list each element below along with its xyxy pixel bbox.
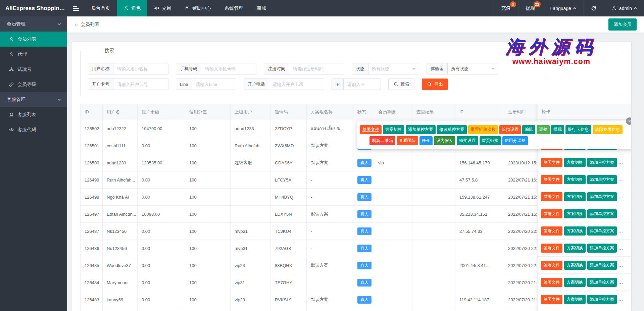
- sidebar-item-1-3[interactable]: 试玩号: [0, 62, 67, 77]
- language-menu[interactable]: Language: [543, 0, 583, 16]
- sidebar-item-1-1[interactable]: 会员列表: [0, 32, 67, 47]
- popup-action-button[interactable]: 暗扣设置: [499, 125, 521, 134]
- input-手机号码[interactable]: [201, 63, 256, 74]
- nav-item-6[interactable]: 商城: [250, 0, 273, 16]
- popup-action-button[interactable]: 修改单控方案: [437, 125, 467, 134]
- row-action-button-2[interactable]: 方案切换: [564, 175, 586, 184]
- search-button[interactable]: 搜索: [388, 79, 414, 90]
- popup-action-button[interactable]: 提现: [551, 125, 564, 134]
- input-开户卡号[interactable]: [113, 79, 168, 90]
- row-action-button-2[interactable]: 方案切换: [564, 295, 586, 304]
- row-action-button-3[interactable]: 添加单控方案: [587, 192, 617, 201]
- popup-action-button[interactable]: 信用分调整: [502, 136, 528, 145]
- nav-item-3[interactable]: 交易: [147, 0, 178, 16]
- recharge-button[interactable]: 充值 0: [494, 0, 518, 16]
- cell-balance: 0.00: [138, 274, 185, 291]
- popup-action-button[interactable]: 查看团队: [397, 136, 418, 145]
- row-action-button-3[interactable]: 添加单控方案: [587, 175, 617, 184]
- row-action-button-2[interactable]: 方案切换: [564, 278, 586, 287]
- row-action-button-1[interactable]: 签署文件: [541, 175, 562, 184]
- nav-item-1[interactable]: 后台首页: [85, 0, 117, 16]
- row-action-button-1[interactable]: 签署文件: [541, 226, 562, 236]
- popup-action-button[interactable]: 设为假人: [434, 136, 455, 145]
- row-action-button-2[interactable]: 方案切换: [564, 261, 586, 270]
- close-icon[interactable]: ×: [626, 117, 631, 125]
- row-action-button-1[interactable]: 签署文件: [541, 192, 562, 201]
- cell-id: 126487: [81, 223, 103, 240]
- hamburger-icon[interactable]: [67, 0, 85, 16]
- row-action-button-2[interactable]: 方案切换: [564, 244, 586, 253]
- popup-action-button[interactable]: 调整: [537, 125, 550, 134]
- cell-status: 真人: [353, 206, 374, 223]
- sidebar-item-1-4[interactable]: 会员等级: [0, 77, 67, 92]
- row-action-button-1[interactable]: 签署文件: [541, 295, 562, 304]
- cell-ip: 159.138.61.247: [455, 189, 504, 206]
- user-menu[interactable]: admin: [604, 0, 644, 16]
- nav-item-4[interactable]: 帮助中心: [178, 0, 218, 16]
- sidebar-item-2-2[interactable]: 客服代码: [0, 122, 67, 137]
- sidebar-item-1-2[interactable]: 代理: [0, 47, 67, 62]
- nav-item-5[interactable]: 系统管理: [218, 0, 250, 16]
- row-action-button-3[interactable]: 添加单控方案: [587, 244, 617, 253]
- select-状态[interactable]: 所有状态: [368, 63, 419, 74]
- input-Line[interactable]: [192, 79, 236, 90]
- input-用户名称[interactable]: [113, 63, 168, 74]
- row-action-button-2[interactable]: 方案切换: [564, 158, 586, 167]
- row-action-button-1[interactable]: 签署文件: [541, 209, 562, 218]
- more-actions-button[interactable]: ...: [618, 160, 623, 165]
- popup-action-button[interactable]: 添加单控方案: [406, 125, 436, 134]
- withdraw-button[interactable]: 提现 22: [518, 0, 543, 16]
- more-actions-button[interactable]: ...: [618, 177, 623, 182]
- row-action-button-3[interactable]: 添加单控方案: [587, 278, 617, 287]
- row-action-button-2[interactable]: 方案切换: [564, 226, 586, 236]
- row-action-button-3[interactable]: 添加单控方案: [587, 261, 617, 270]
- row-action-button-1[interactable]: 签署文件: [541, 278, 562, 287]
- input-开户电话[interactable]: [269, 79, 324, 90]
- row-action-button-3[interactable]: 添加单控方案: [587, 158, 617, 167]
- popup-action-button[interactable]: 抽奖设置: [457, 136, 478, 145]
- popup-action-button[interactable]: 签署文件: [360, 125, 382, 134]
- row-action-button-1[interactable]: 签署文件: [541, 261, 562, 270]
- refresh-button[interactable]: [583, 0, 604, 16]
- cell-ip: [455, 274, 504, 291]
- more-actions-button[interactable]: ...: [618, 228, 623, 234]
- sidebar-group-1[interactable]: 会员管理: [0, 16, 67, 32]
- more-actions-button[interactable]: ...: [618, 280, 623, 285]
- popup-action-button[interactable]: 账变: [419, 136, 433, 145]
- more-actions-button[interactable]: ...: [618, 263, 623, 268]
- cell-plan: -: [307, 171, 353, 189]
- cell-parent: 超级客服: [231, 154, 271, 171]
- popup-action-button[interactable]: 重置抢单次数: [468, 125, 498, 134]
- nav-item-2[interactable]: 角色: [117, 0, 147, 16]
- search-field-状态: 状态所有状态: [352, 63, 419, 74]
- sidebar-group-2[interactable]: 客服管理: [0, 92, 67, 107]
- row-action-button-1[interactable]: 签署文件: [541, 158, 562, 167]
- more-actions-button[interactable]: ...: [618, 297, 623, 302]
- popup-action-button[interactable]: 刷新二维码: [369, 136, 395, 145]
- row-action-button-3[interactable]: 添加单控方案: [587, 226, 617, 236]
- row-action-button-3[interactable]: 添加单控方案: [587, 295, 617, 304]
- popup-action-button[interactable]: 编辑: [522, 125, 535, 134]
- popup-action-button[interactable]: 首页链接: [480, 136, 501, 145]
- cell-balance: 0.00: [138, 189, 185, 206]
- row-action-button-2[interactable]: 方案切换: [564, 192, 586, 201]
- add-member-button[interactable]: 添加会员: [608, 18, 637, 31]
- input-注册时间[interactable]: [289, 63, 344, 74]
- popup-action-button[interactable]: 方案切换: [383, 125, 404, 134]
- popup-action-button[interactable]: 清除签署信息: [593, 125, 623, 134]
- popup-action-button[interactable]: 银行卡信息: [565, 125, 591, 134]
- export-button[interactable]: 导出: [422, 79, 448, 90]
- nav-item-label: 商城: [257, 5, 266, 11]
- select-体验金[interactable]: 所有状态: [448, 63, 498, 74]
- more-actions-button[interactable]: ...: [618, 194, 623, 199]
- language-label: Language: [550, 6, 571, 11]
- sidebar-item-2-1[interactable]: 客服列表: [0, 107, 67, 122]
- row-action-button-3[interactable]: 添加单控方案: [587, 209, 617, 218]
- row-action-button-2[interactable]: 方案切换: [564, 209, 586, 218]
- sidebar-item-label: 会员等级: [17, 82, 36, 88]
- search-panel: 搜索 用户名称手机号码注册时间状态所有状态体验金所有状态 开户卡号Line开户电…: [80, 48, 623, 96]
- more-actions-button[interactable]: ...: [618, 211, 623, 216]
- input-IP[interactable]: [344, 79, 381, 90]
- more-actions-button[interactable]: ...: [618, 246, 623, 251]
- row-action-button-1[interactable]: 签署文件: [541, 244, 562, 253]
